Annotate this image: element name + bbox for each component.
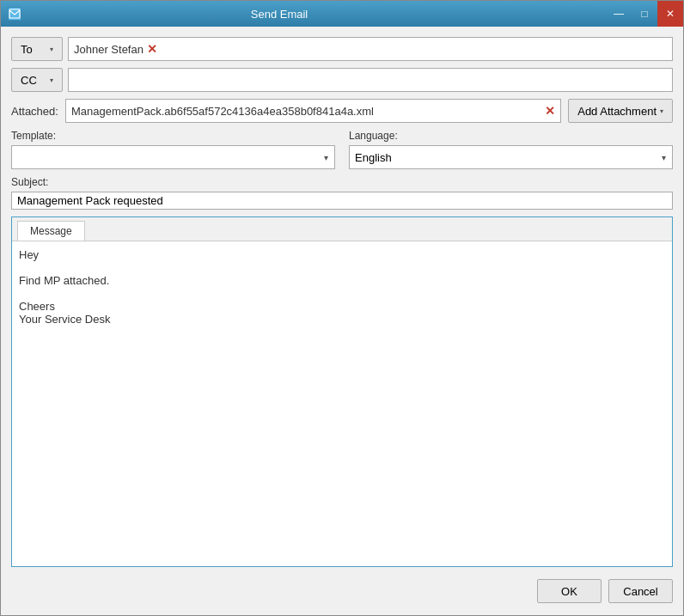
window-content: To ▾ Johner Stefan ✕ CC ▾ Attached: Mana… [1,27,683,615]
template-group: Template: [11,130,335,169]
message-area: Message Hey Find MP attached. Cheers You… [11,217,673,567]
language-select-wrapper: English German French Spanish [349,145,673,169]
template-select-wrapper [11,145,335,169]
email-window-icon [8,7,21,21]
cc-button[interactable]: CC ▾ [11,68,63,92]
minimize-button[interactable]: — [606,1,632,27]
template-label: Template: [11,130,335,142]
svg-rect-0 [9,9,20,18]
template-language-row: Template: Language: English German Frenc… [11,130,673,169]
message-tab-bar: Message [12,217,672,241]
ok-button[interactable]: OK [537,579,602,603]
window-title: Send Email [21,8,537,21]
remove-recipient-button[interactable]: ✕ [147,43,157,55]
maximize-button[interactable]: □ [632,1,657,27]
to-button[interactable]: To ▾ [11,37,63,61]
cc-row: CC ▾ [11,68,673,92]
cc-dropdown-arrow: ▾ [50,76,53,84]
to-input-field[interactable]: Johner Stefan ✕ [68,37,673,61]
send-email-window: Send Email — □ ✕ To ▾ Johner Stefan ✕ [0,0,684,616]
to-dropdown-arrow: ▾ [50,46,53,53]
recipient-tag: Johner Stefan ✕ [74,43,157,56]
title-bar-left [8,7,21,21]
add-attachment-label: Add Attachment [577,105,657,118]
attachment-box: ManagementPack.ab6f55af572c4136a4ea358b0… [65,99,561,123]
title-bar: Send Email — □ ✕ [1,1,683,27]
attached-row: Attached: ManagementPack.ab6f55af572c413… [11,99,673,123]
close-button[interactable]: ✕ [657,1,683,27]
template-select[interactable] [11,145,335,169]
remove-attachment-button[interactable]: ✕ [545,105,555,117]
language-select[interactable]: English German French Spanish [349,145,673,169]
subject-input[interactable] [11,192,673,210]
language-label: Language: [349,130,673,142]
attachment-filename: ManagementPack.ab6f55af572c4136a4ea358b0… [71,105,540,118]
add-attachment-arrow: ▾ [660,107,663,115]
message-textarea[interactable]: Hey Find MP attached. Cheers Your Servic… [12,241,672,566]
to-row: To ▾ Johner Stefan ✕ [11,37,673,61]
cc-label: CC [21,74,37,87]
add-attachment-button[interactable]: Add Attachment ▾ [568,99,673,123]
subject-group: Subject: [11,176,673,210]
language-group: Language: English German French Spanish [349,130,673,169]
title-bar-buttons: — □ ✕ [606,1,683,27]
to-label: To [21,43,33,56]
attached-label: Attached: [11,105,58,118]
cancel-button[interactable]: Cancel [608,579,673,603]
message-tab[interactable]: Message [17,221,85,241]
subject-label: Subject: [11,176,673,188]
recipient-name: Johner Stefan [74,43,144,56]
footer-row: OK Cancel [11,574,673,605]
cc-input[interactable] [68,68,673,92]
